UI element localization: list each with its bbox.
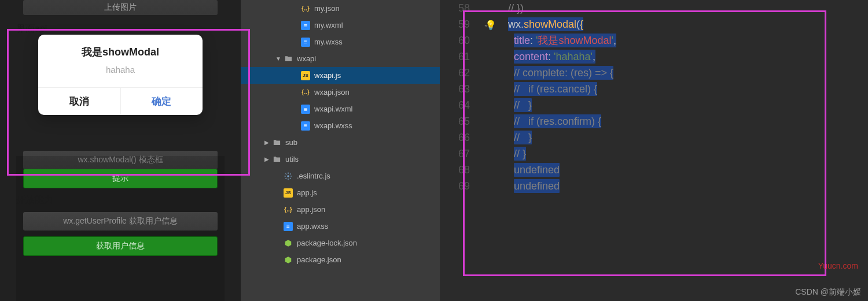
tree-item-my-json[interactable]: my.json <box>241 0 440 17</box>
json-icon <box>301 88 310 97</box>
modal-content: hahaha <box>38 64 203 87</box>
tree-item-sub[interactable]: ▶sub <box>241 134 440 151</box>
folder-icon <box>272 138 281 147</box>
nodejs-icon <box>284 239 293 248</box>
modal-dialog: 我是showModal hahaha 取消 确定 <box>38 35 203 115</box>
code-line-67[interactable]: // } <box>496 146 862 162</box>
tip-button[interactable]: 提示 <box>23 169 218 188</box>
tree-item-app-wxss[interactable]: app.wxss <box>241 218 440 235</box>
code-line-68[interactable]: undefined <box>496 162 862 178</box>
tree-item-package-json[interactable]: package.json <box>241 251 440 268</box>
phone-simulator: 上传图片 界面api 我是showModal hahaha 取消 确定 wx.s… <box>0 0 241 301</box>
modal-title: 我是showModal <box>38 35 203 64</box>
svg-point-0 <box>287 175 289 177</box>
wxss-icon <box>284 222 293 231</box>
getuserprofile-button[interactable]: wx.getUserProfile 获取用户信息 <box>23 212 218 231</box>
tree-item-wxapi-wxss[interactable]: wxapi.wxss <box>241 117 440 134</box>
tree-item-label: app.wxss <box>297 222 328 231</box>
wxml-icon <box>301 21 310 30</box>
code-line-63[interactable]: // if (res.cancel) { <box>496 81 862 97</box>
tree-item-label: app.json <box>297 205 325 214</box>
code-line-59[interactable]: wx.showModal({ <box>496 16 862 32</box>
tree-item-label: sub <box>285 138 297 147</box>
tree-item-wxapi-wxml[interactable]: wxapi.wxml <box>241 101 440 117</box>
upload-image-btn[interactable]: 上传图片 <box>23 0 218 15</box>
folder-icon <box>284 54 293 64</box>
code-line-62[interactable]: // complete: (res) => { <box>496 65 862 81</box>
tree-item-label: my.wxss <box>314 38 343 46</box>
code-line-66[interactable]: // } <box>496 129 862 146</box>
tree-item-label: .eslintrc.js <box>297 172 330 180</box>
tree-item-app-json[interactable]: app.json <box>241 201 440 218</box>
chevron-down-icon[interactable]: ▼ <box>275 55 281 62</box>
tree-item-label: wxapi.wxss <box>314 121 352 130</box>
tree-item-label: my.wxml <box>314 21 343 29</box>
chevron-right-icon[interactable]: ▶ <box>264 156 270 162</box>
gear-icon <box>284 172 293 181</box>
js-icon <box>301 71 310 80</box>
get-user-info-button[interactable]: 获取用户信息 <box>23 236 218 256</box>
code-line-58[interactable]: // }) <box>496 0 862 16</box>
tree-item-package-lock-json[interactable]: package-lock.json <box>241 235 440 251</box>
code-line-65[interactable]: // if (res.confirm) { <box>496 113 862 129</box>
tree-item-utils[interactable]: ▶utils <box>241 151 440 168</box>
tree-item-label: app.js <box>297 188 317 197</box>
tree-item-wxapi-json[interactable]: wxapi.json <box>241 84 440 101</box>
js-icon <box>284 188 293 198</box>
tree-item--eslintrc-js[interactable]: .eslintrc.js <box>241 168 440 184</box>
lightbulb-icon[interactable]: 💡 <box>485 17 496 34</box>
code-content[interactable]: // }) wx.showModal({ title: '我是showModal… <box>496 0 862 194</box>
tree-item-label: wxapi <box>297 54 316 63</box>
section-ui-api: 界面api <box>16 23 225 35</box>
tree-item-my-wxss[interactable]: my.wxss <box>241 34 440 50</box>
code-editor[interactable]: 585960616263646566676869 ⌄ 💡 // }) wx.sh… <box>440 0 868 301</box>
tree-item-label: package.json <box>297 255 341 264</box>
folder-icon <box>272 155 281 164</box>
tree-item-label: wxapi.json <box>314 88 350 96</box>
tree-item-label: my.json <box>314 4 340 13</box>
code-line-64[interactable]: // } <box>496 97 862 113</box>
code-line-61[interactable]: content: 'hahaha', <box>496 49 862 65</box>
json-icon <box>284 205 293 214</box>
tree-item-label: wxapi.wxml <box>314 105 352 113</box>
tree-item-label: utils <box>285 155 299 163</box>
tree-item-wxapi[interactable]: ▼wxapi <box>241 50 440 67</box>
modal-actions: 取消 确定 <box>38 87 203 115</box>
tree-item-my-wxml[interactable]: my.wxml <box>241 17 440 34</box>
code-line-60[interactable]: title: '我是showModal', <box>496 32 862 49</box>
modal-cancel-button[interactable]: 取消 <box>38 88 121 115</box>
tree-item-wxapi-js[interactable]: wxapi.js <box>241 67 440 84</box>
tree-item-label: wxapi.js <box>314 71 341 80</box>
modal-confirm-button[interactable]: 确定 <box>121 88 203 115</box>
line-gutter: 585960616263646566676869 <box>440 0 480 194</box>
code-line-69[interactable]: undefined <box>496 178 862 194</box>
chevron-right-icon[interactable]: ▶ <box>264 139 270 146</box>
file-tree[interactable]: my.jsonmy.wxmlmy.wxss▼wxapiwxapi.jswxapi… <box>241 0 440 301</box>
wxml-icon <box>301 105 310 114</box>
nodejs-icon <box>284 255 293 265</box>
section-open-ability: 开放能力 <box>16 194 225 206</box>
tree-item-label: package-lock.json <box>297 239 357 247</box>
wxss-icon <box>301 121 310 131</box>
tree-item-app-js[interactable]: app.js <box>241 184 440 201</box>
wxss-icon <box>301 38 310 47</box>
json-icon <box>301 4 310 13</box>
